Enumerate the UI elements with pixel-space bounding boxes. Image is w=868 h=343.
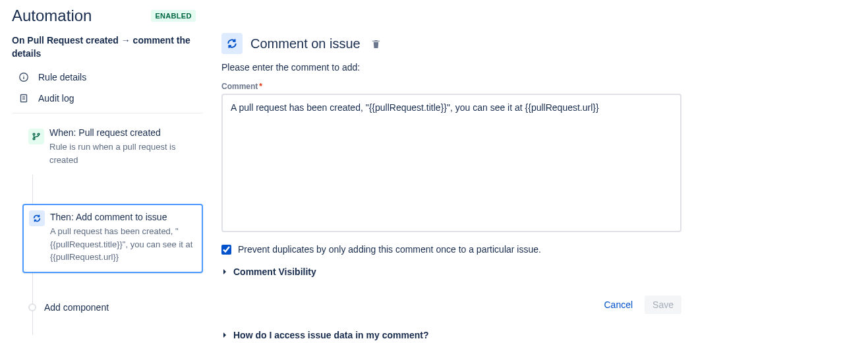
help-label: How do I access issue data in my comment… xyxy=(233,330,428,340)
expander-label: Comment Visibility xyxy=(233,266,316,277)
svg-point-8 xyxy=(38,133,40,135)
step-title: Then: Add comment to issue xyxy=(50,212,194,222)
panel-actions: Cancel Save xyxy=(221,296,681,314)
add-component-label: Add component xyxy=(44,302,109,313)
panel-instruction: Please enter the comment to add: xyxy=(221,62,861,73)
svg-point-7 xyxy=(33,138,35,140)
prevent-duplicates-label: Prevent duplicates by only adding this c… xyxy=(238,244,541,255)
comment-field-label: Comment* xyxy=(221,82,861,91)
action-config-panel: Comment on issue Please enter the commen… xyxy=(215,0,868,340)
action-step[interactable]: Then: Add comment to issue A pull reques… xyxy=(22,204,203,273)
chevron-right-icon xyxy=(221,332,228,338)
divider xyxy=(12,113,203,113)
rule-name: On Pull Request created → comment the de… xyxy=(12,34,203,60)
nav-audit-log[interactable]: Audit log xyxy=(12,88,203,109)
svg-point-6 xyxy=(33,133,35,135)
delete-button[interactable] xyxy=(368,36,384,51)
log-icon xyxy=(18,93,29,104)
panel-header: Comment on issue xyxy=(221,33,861,54)
info-icon xyxy=(18,72,29,82)
prevent-duplicates-row[interactable]: Prevent duplicates by only adding this c… xyxy=(221,244,861,255)
chevron-right-icon xyxy=(221,268,228,275)
page-title: Automation xyxy=(12,7,92,25)
trigger-step[interactable]: When: Pull request created Rule is run w… xyxy=(22,123,203,175)
prevent-duplicates-checkbox[interactable] xyxy=(221,245,231,255)
save-button[interactable]: Save xyxy=(645,296,681,314)
branch-icon xyxy=(28,129,44,144)
cancel-button[interactable]: Cancel xyxy=(596,296,641,314)
step-description: A pull request has been created, "{{pull… xyxy=(50,225,194,264)
help-toggle[interactable]: How do I access issue data in my comment… xyxy=(221,330,861,340)
rule-sidebar: Automation ENABLED On Pull Request creat… xyxy=(0,0,215,340)
add-circle-icon xyxy=(28,303,36,311)
nav-label: Rule details xyxy=(38,72,86,82)
page-header: Automation ENABLED xyxy=(12,7,203,25)
panel-title: Comment on issue xyxy=(250,36,361,51)
svg-point-2 xyxy=(23,75,24,76)
step-description: Rule is run when a pull request is creat… xyxy=(49,140,194,166)
svg-rect-3 xyxy=(21,95,27,102)
comment-textarea[interactable] xyxy=(221,94,681,232)
comment-visibility-toggle[interactable]: Comment Visibility xyxy=(221,266,861,277)
nav-rule-details[interactable]: Rule details xyxy=(12,67,203,88)
add-component-button[interactable]: Add component xyxy=(22,302,203,313)
refresh-icon xyxy=(221,33,243,54)
trash-icon xyxy=(371,39,381,49)
nav-label: Audit log xyxy=(38,93,74,104)
rule-flow: When: Pull request created Rule is run w… xyxy=(12,123,203,313)
step-title: When: Pull request created xyxy=(49,127,194,138)
refresh-icon xyxy=(29,210,45,226)
status-badge: ENABLED xyxy=(151,10,195,22)
